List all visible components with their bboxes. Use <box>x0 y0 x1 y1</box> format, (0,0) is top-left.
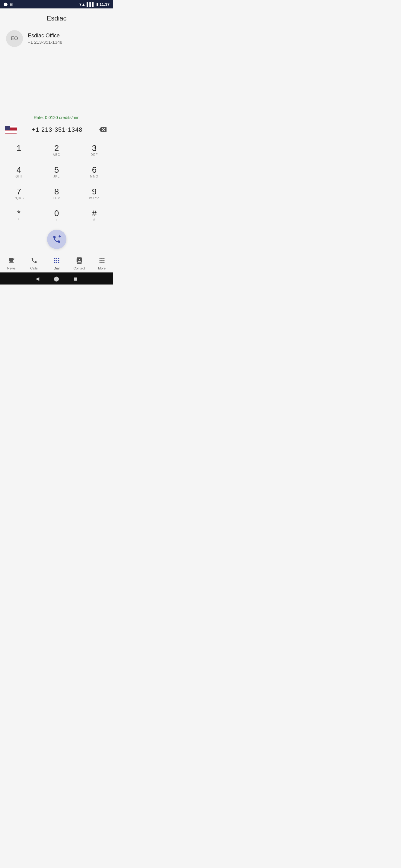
wifi-icon: ▾▲ <box>79 2 85 7</box>
dialpad-key-3[interactable]: 3DEF <box>76 140 113 161</box>
nav-item-more[interactable]: More <box>90 256 113 271</box>
dial-button-row <box>0 227 113 254</box>
notifications-icon: ▦ <box>9 2 13 6</box>
contact-phone: +1 213-351-1348 <box>28 39 62 44</box>
svg-rect-16 <box>102 262 103 263</box>
dialpad-key-5[interactable]: 5JKL <box>38 161 76 183</box>
status-right: ▾▲ ▌▌▌ ▮ 11:37 <box>79 2 110 7</box>
nav-label-news: News <box>7 267 16 270</box>
nav-label-contact: Contact <box>74 267 85 270</box>
svg-rect-3 <box>54 260 55 261</box>
android-nav-bar: ◀ ⬤ ◼ <box>0 273 113 284</box>
phone-number-display: +1 213-351-1348 <box>17 126 97 133</box>
key-number-3: 4 <box>17 166 22 174</box>
home-button[interactable]: ⬤ <box>54 276 59 281</box>
svg-rect-5 <box>58 260 59 261</box>
key-number-4: 5 <box>54 166 59 174</box>
status-left: ⬤ ▦ <box>4 2 13 6</box>
dialpad: 12ABC3DEF4GHI5JKL6MNO7PQRS8TUV9WXYZ**0+#… <box>0 137 113 227</box>
country-flag[interactable] <box>5 126 17 133</box>
svg-rect-4 <box>56 260 57 261</box>
svg-rect-15 <box>99 262 101 263</box>
key-letters-4: JKL <box>53 175 60 179</box>
svg-rect-2 <box>58 258 59 259</box>
bottom-nav: NewsCallsDialContactMore <box>0 254 113 273</box>
back-button[interactable]: ◀ <box>36 276 39 281</box>
svg-rect-13 <box>102 260 103 261</box>
dialpad-key-#[interactable]: ## <box>76 205 113 227</box>
dialpad-key-6[interactable]: 6MNO <box>76 161 113 183</box>
key-letters-7: TUV <box>53 196 60 201</box>
svg-rect-1 <box>56 258 57 259</box>
key-number-2: 3 <box>92 144 97 153</box>
status-bar: ⬤ ▦ ▾▲ ▌▌▌ ▮ 11:37 <box>0 0 113 8</box>
nav-label-dial: Dial <box>54 267 59 270</box>
svg-rect-6 <box>54 262 55 263</box>
recents-button[interactable]: ◼ <box>74 276 78 281</box>
dialpad-key-9[interactable]: 9WXYZ <box>76 183 113 205</box>
svg-rect-12 <box>99 260 101 261</box>
nav-icon-dial <box>53 257 60 266</box>
svg-rect-0 <box>54 258 55 259</box>
dial-button[interactable] <box>47 230 66 249</box>
rate-display: Rate: 0.0120 credits/min <box>0 112 113 122</box>
key-number-7: 8 <box>54 187 59 196</box>
nav-label-more: More <box>98 267 106 270</box>
nav-item-contact[interactable]: Contact <box>68 256 90 271</box>
svg-rect-10 <box>102 258 103 259</box>
avatar-initials: EO <box>11 36 18 41</box>
nav-label-calls: Calls <box>30 267 37 270</box>
contact-section: EO Esdiac Office +1 213-351-1348 <box>0 25 113 52</box>
key-letters-2: DEF <box>90 153 98 157</box>
flag-canton <box>5 126 10 130</box>
battery-icon: ▮ <box>96 2 98 7</box>
key-letters-6: PQRS <box>13 196 24 201</box>
dialpad-key-2[interactable]: 2ABC <box>38 140 76 161</box>
key-number-10: 0 <box>54 209 59 218</box>
key-number-11: # <box>92 209 97 218</box>
svg-rect-11 <box>103 258 105 259</box>
signal-icon: ▌▌▌ <box>87 2 95 7</box>
dialpad-key-0[interactable]: 0+ <box>38 205 76 227</box>
key-number-6: 7 <box>17 187 22 196</box>
key-letters-10: + <box>56 218 58 222</box>
svg-rect-17 <box>103 262 105 263</box>
main-spacer <box>0 52 113 112</box>
nav-icon-contact <box>76 257 83 266</box>
contact-name: Esdiac Office <box>28 33 62 39</box>
dialpad-key-*[interactable]: ** <box>0 205 38 227</box>
key-number-1: 2 <box>54 144 59 153</box>
key-letters-3: GHI <box>16 175 22 179</box>
svg-rect-8 <box>58 262 59 263</box>
phone-input-row: +1 213-351-1348 <box>0 122 113 137</box>
key-letters-9: * <box>18 218 20 222</box>
dialpad-key-7[interactable]: 7PQRS <box>0 183 38 205</box>
key-letters-8: WXYZ <box>89 196 99 201</box>
key-number-8: 9 <box>92 187 97 196</box>
nav-icon-more <box>99 257 105 266</box>
app-header: Esdiac <box>0 8 113 25</box>
key-number-5: 6 <box>92 166 97 174</box>
nav-icon-news <box>8 257 15 266</box>
svg-rect-14 <box>103 260 105 261</box>
contact-info: Esdiac Office +1 213-351-1348 <box>28 33 62 44</box>
circle-icon: ⬤ <box>4 2 7 6</box>
nav-icon-calls <box>31 257 37 266</box>
key-number-0: 1 <box>17 144 22 153</box>
clock: 11:37 <box>99 2 110 7</box>
svg-rect-9 <box>99 258 101 259</box>
app-title: Esdiac <box>0 14 113 22</box>
dialpad-key-4[interactable]: 4GHI <box>0 161 38 183</box>
key-letters-11: # <box>93 218 95 222</box>
nav-item-news[interactable]: News <box>0 256 23 271</box>
svg-rect-7 <box>56 262 57 263</box>
backspace-button[interactable] <box>97 124 108 135</box>
contact-avatar: EO <box>6 30 23 47</box>
dialpad-key-1[interactable]: 1 <box>0 140 38 161</box>
key-letters-1: ABC <box>53 153 60 157</box>
key-number-9: * <box>17 209 21 218</box>
key-letters-5: MNO <box>90 175 99 179</box>
nav-item-calls[interactable]: Calls <box>23 256 45 271</box>
dialpad-key-8[interactable]: 8TUV <box>38 183 76 205</box>
nav-item-dial[interactable]: Dial <box>45 256 68 271</box>
